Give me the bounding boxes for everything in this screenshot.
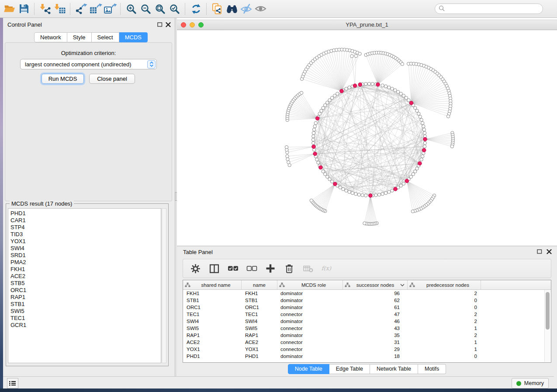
column-header-mcds-role[interactable]: MCDS role — [277, 280, 343, 289]
cell-predecessor-nodes[interactable]: 0 — [408, 298, 481, 303]
cell-mcds-role[interactable]: dominator — [277, 305, 343, 310]
search-input[interactable] — [447, 5, 543, 12]
mcds-result-item[interactable]: TEC1 — [10, 315, 161, 322]
mcds-result-item[interactable]: SRD1 — [10, 252, 161, 259]
mcds-result-item[interactable]: PMA2 — [10, 259, 161, 266]
cell-successor-nodes[interactable]: 61 — [343, 305, 408, 310]
cell-shared-name[interactable]: FKH1 — [183, 291, 242, 296]
zoom-out-icon[interactable] — [138, 2, 153, 15]
cell-successor-nodes[interactable]: 96 — [343, 291, 408, 296]
cell-name[interactable]: YOX1 — [242, 347, 277, 352]
close-panel-icon[interactable] — [166, 22, 171, 27]
mcds-result-list[interactable]: PHD1CAR1STP4TID3YOX1SWI4SRD1PMA2FKH1ACE2… — [8, 208, 161, 363]
import-network-icon[interactable] — [38, 2, 52, 15]
cell-predecessor-nodes[interactable]: 0 — [408, 305, 481, 310]
import-table-icon[interactable] — [52, 2, 67, 15]
cell-shared-name[interactable]: ORC1 — [183, 305, 242, 310]
tab-select[interactable]: Select — [92, 32, 119, 42]
cell-successor-nodes[interactable]: 46 — [343, 319, 408, 324]
cell-successor-nodes[interactable]: 35 — [343, 333, 408, 338]
cell-shared-name[interactable]: SWI5 — [183, 326, 242, 331]
cell-name[interactable]: RAP1 — [242, 333, 277, 338]
cell-predecessor-nodes[interactable]: 0 — [408, 354, 481, 359]
export-image-icon[interactable] — [103, 2, 117, 15]
select-all-checks-icon[interactable] — [227, 263, 239, 274]
optimization-criterion-dropdown[interactable]: largest connected component (undirected) — [20, 59, 157, 69]
cell-mcds-role[interactable]: dominator — [277, 354, 343, 359]
mcds-result-item[interactable]: FKH1 — [10, 266, 161, 273]
table-row[interactable]: SWI5SWI5connector431 — [183, 325, 546, 332]
result-list-scrollbar[interactable] — [162, 208, 166, 363]
table-row[interactable]: SWI4SWI4dominator462 — [183, 318, 546, 325]
cell-name[interactable]: ORC1 — [242, 305, 277, 310]
column-header-shared-name[interactable]: shared name — [183, 280, 242, 289]
cell-mcds-role[interactable]: connector — [277, 312, 343, 317]
mcds-result-item[interactable]: STB5 — [10, 280, 161, 287]
tab-motifs[interactable]: Motifs — [418, 364, 446, 374]
cell-name[interactable]: SWI5 — [242, 326, 277, 331]
cell-successor-nodes[interactable]: 31 — [343, 340, 408, 345]
export-table-icon[interactable] — [88, 2, 103, 15]
show-all-icon[interactable] — [253, 2, 268, 15]
memory-button[interactable]: Memory — [512, 378, 549, 389]
cell-predecessor-nodes[interactable]: 2 — [408, 319, 481, 324]
cell-predecessor-nodes[interactable]: 1 — [408, 347, 481, 352]
table-row[interactable]: FKH1FKH1dominator962 — [183, 290, 546, 297]
mcds-result-item[interactable]: PHD1 — [10, 210, 161, 217]
zoom-fit-content-icon[interactable] — [153, 2, 167, 15]
export-network-icon[interactable] — [74, 2, 88, 15]
table-row[interactable]: STB1STB1dominator620 — [183, 297, 546, 304]
mcds-result-item[interactable]: RAP1 — [10, 294, 161, 301]
cell-shared-name[interactable]: SWI4 — [183, 319, 242, 324]
cell-successor-nodes[interactable]: 18 — [343, 354, 408, 359]
cell-mcds-role[interactable]: connector — [277, 347, 343, 352]
network-canvas[interactable] — [177, 30, 557, 246]
table-row[interactable]: ORC1ORC1dominator610 — [183, 304, 546, 311]
column-header-predecessor-nodes[interactable]: predecessor nodes — [408, 280, 481, 289]
cell-predecessor-nodes[interactable]: 2 — [408, 312, 481, 317]
zoom-selected-region-icon[interactable] — [167, 2, 182, 15]
mcds-result-item[interactable]: CAR1 — [10, 217, 161, 224]
cell-shared-name[interactable]: PHD1 — [183, 354, 242, 359]
float-panel-icon[interactable] — [157, 22, 163, 27]
open-file-icon[interactable] — [2, 2, 17, 15]
save-session-icon[interactable] — [17, 2, 31, 15]
panel-menu-button[interactable] — [7, 378, 18, 389]
tab-network[interactable]: Network — [34, 32, 67, 42]
run-mcds-button[interactable]: Run MCDS — [42, 74, 84, 84]
cell-mcds-role[interactable]: dominator — [277, 319, 343, 324]
mcds-result-item[interactable]: GCR1 — [10, 322, 161, 329]
cell-name[interactable]: PHD1 — [242, 354, 277, 359]
mcds-result-item[interactable]: TID3 — [10, 231, 161, 238]
delete-column-icon[interactable] — [284, 263, 295, 274]
cell-name[interactable]: STB1 — [242, 298, 277, 303]
cell-shared-name[interactable]: RAP1 — [183, 333, 242, 338]
hide-selected-icon[interactable] — [239, 2, 253, 15]
mcds-result-item[interactable]: STB1 — [10, 301, 161, 308]
table-scrollbar-thumb[interactable] — [546, 292, 550, 330]
cell-mcds-role[interactable]: connector — [277, 326, 343, 331]
cell-name[interactable]: SWI4 — [242, 319, 277, 324]
tab-style[interactable]: Style — [67, 32, 92, 42]
mcds-result-item[interactable]: STP4 — [10, 224, 161, 231]
share-document-icon[interactable] — [210, 2, 225, 15]
cell-shared-name[interactable]: TEC1 — [183, 312, 242, 317]
table-row[interactable]: PHD1PHD1dominator180 — [183, 353, 546, 360]
refresh-view-icon[interactable] — [189, 2, 203, 15]
settings-gear-icon[interactable] — [190, 263, 201, 274]
cell-successor-nodes[interactable]: 29 — [343, 347, 408, 352]
cell-shared-name[interactable]: ACE2 — [183, 340, 242, 345]
add-column-icon[interactable] — [265, 263, 276, 274]
cell-name[interactable]: TEC1 — [242, 312, 277, 317]
table-row[interactable]: ACE2ACE2connector311 — [183, 339, 546, 346]
column-header-name[interactable]: name — [242, 280, 277, 289]
tab-edge-table[interactable]: Edge Table — [329, 364, 370, 374]
table-scrollbar[interactable] — [544, 290, 550, 362]
table-row[interactable]: TEC1TEC1connector472 — [183, 311, 546, 318]
mcds-result-item[interactable]: ACE2 — [10, 273, 161, 280]
cell-successor-nodes[interactable]: 43 — [343, 326, 408, 331]
close-table-panel-icon[interactable] — [547, 249, 552, 254]
tab-node-table[interactable]: Node Table — [288, 364, 329, 374]
cell-successor-nodes[interactable]: 47 — [343, 312, 408, 317]
deselect-all-checks-icon[interactable] — [246, 263, 257, 274]
